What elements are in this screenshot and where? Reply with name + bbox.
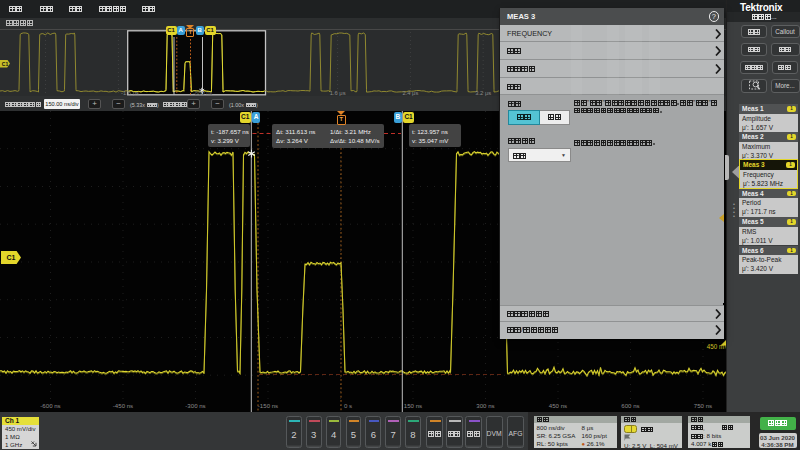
svg-text:-150 ns: -150 ns [258, 402, 278, 409]
svg-text:-300 ns: -300 ns [185, 402, 205, 409]
svg-text:750 ns: 750 ns [694, 402, 712, 409]
svg-text:300 ns: 300 ns [476, 402, 494, 409]
svg-text:600 ns: 600 ns [621, 402, 639, 409]
svg-text:-600 ns: -600 ns [40, 402, 60, 409]
svg-text:450 ns: 450 ns [549, 402, 567, 409]
svg-text:-450 ns: -450 ns [113, 402, 133, 409]
svg-text:0 s: 0 s [344, 402, 352, 409]
svg-text:150 ns: 150 ns [404, 402, 422, 409]
